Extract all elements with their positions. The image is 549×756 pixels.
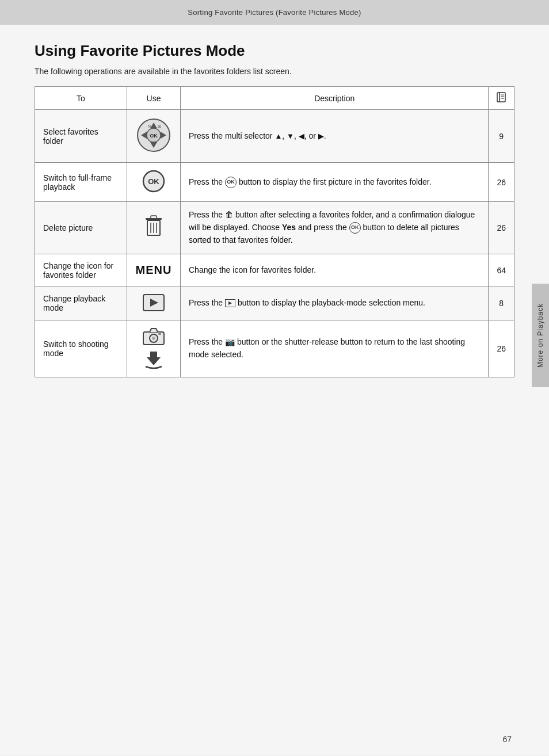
inline-ok-icon2: OK (349, 222, 361, 234)
table-row: Delete picture (35, 202, 514, 254)
content-area: Using Favorite Pictures Mode The followi… (0, 25, 549, 755)
main-table: To Use Description (35, 86, 514, 377)
double-icon-container (135, 327, 172, 370)
row4-use: MENU (127, 254, 181, 287)
svg-text:N: N (148, 124, 151, 128)
table-row: Switch to shooting mode (35, 320, 514, 377)
row2-to: Switch to full-frame playback (35, 163, 127, 202)
svg-text:OK: OK (150, 133, 158, 139)
row6-use (127, 320, 181, 377)
table-row: Change the icon for favorites folder MEN… (35, 254, 514, 287)
sidebar-tab: More on Playback (532, 284, 549, 387)
row4-to: Change the icon for favorites folder (35, 254, 127, 287)
ok-button-icon: OK (142, 170, 165, 193)
row1-to: Select favorites folder (35, 110, 127, 163)
row5-to: Change playback mode (35, 287, 127, 320)
row2-use: OK (127, 163, 181, 202)
table-row: Change playback mode Press the ▶ button … (35, 287, 514, 320)
svg-rect-0 (497, 93, 505, 102)
sidebar-tab-label: More on Playback (536, 303, 544, 368)
col-header-to: To (35, 87, 127, 110)
svg-text:⊠: ⊠ (158, 124, 161, 128)
shutter-icon (143, 349, 164, 370)
row2-ref: 26 (489, 163, 514, 202)
row2-desc: Press the OK button to display the first… (181, 163, 489, 202)
row5-use (127, 287, 181, 320)
svg-point-26 (152, 337, 155, 340)
row6-desc: Press the 📷 button or the shutter-releas… (181, 320, 489, 377)
row3-desc: Press the 🗑 button after selecting a fav… (181, 202, 489, 254)
page-header: Sorting Favorite Pictures (Favorite Pict… (0, 0, 549, 25)
row5-ref: 8 (489, 287, 514, 320)
row4-ref: 64 (489, 254, 514, 287)
book-icon (495, 91, 507, 103)
svg-rect-21 (151, 216, 157, 219)
inline-play-icon: ▶ (225, 299, 235, 307)
row4-desc: Change the icon for favorites folder. (181, 254, 489, 287)
row3-ref: 26 (489, 202, 514, 254)
col-header-use: Use (127, 87, 181, 110)
svg-rect-27 (158, 333, 161, 335)
row6-ref: 26 (489, 320, 514, 377)
row1-use: OK N ⊠ (127, 110, 181, 163)
svg-marker-28 (147, 352, 161, 365)
multi-selector-icon: OK N ⊠ (135, 117, 172, 154)
col-header-description: Description (181, 87, 489, 110)
delete-icon (143, 215, 164, 239)
row1-desc: Press the multi selector ▲, ▼, ◀, or ▶. (181, 110, 489, 163)
playback-icon (143, 294, 165, 311)
inline-trash-icon: 🗑 (225, 210, 233, 219)
row6-to: Switch to shooting mode (35, 320, 127, 377)
header-title: Sorting Favorite Pictures (Favorite Pict… (188, 8, 361, 17)
table-row: Select favorites folder (35, 110, 514, 163)
menu-icon: MENU (136, 264, 172, 276)
page-title: Using Favorite Pictures Mode (35, 42, 514, 60)
intro-text: The following operations are available i… (35, 67, 514, 76)
row1-ref: 9 (489, 110, 514, 163)
svg-text:OK: OK (148, 177, 159, 186)
table-row: Switch to full-frame playback OK Press t… (35, 163, 514, 202)
camera-icon (142, 327, 165, 346)
row5-desc: Press the ▶ button to display the playba… (181, 287, 489, 320)
row3-use (127, 202, 181, 254)
row3-to: Delete picture (35, 202, 127, 254)
inline-camera-icon: 📷 (225, 337, 235, 346)
page-number: 67 (502, 735, 512, 744)
col-header-ref (489, 87, 514, 110)
inline-ok-icon: OK (225, 177, 237, 188)
